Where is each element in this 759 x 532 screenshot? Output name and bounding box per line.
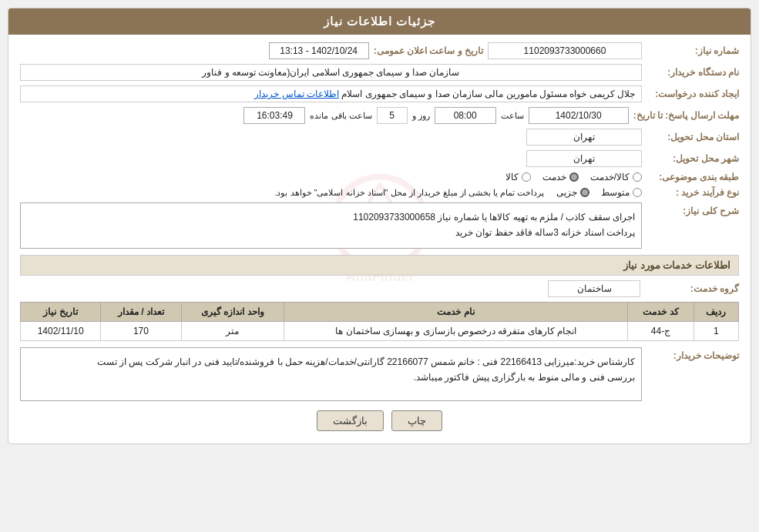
services-table: ردیف کد خدمت نام خدمت واحد اندازه گیری ت… — [20, 302, 739, 341]
radio-motavasset-label: متوسط — [601, 187, 630, 198]
group-label: گروه خدمت: — [646, 283, 739, 294]
col-unit: واحد اندازه گیری — [181, 303, 284, 322]
button-row: چاپ بازگشت — [20, 410, 739, 431]
shomara-niaz-label: شماره نیاز: — [646, 45, 739, 56]
row-ostan: استان محل تحویل: تهران — [20, 129, 739, 146]
cell-unit: متر — [181, 322, 284, 341]
radio-kala-label: کالا — [505, 172, 519, 182]
radio-motavasset-circle[interactable] — [633, 188, 642, 197]
tosih-line1: کارشناس خرید:میرزایی 22166413 فنی : خانم… — [27, 354, 635, 370]
sharh-value: اجرای سقف کاذب / ملزم به تهیه کالاها یا … — [20, 202, 642, 249]
row-shomara-tarikh: شماره نیاز: 1102093733000660 تاریخ و ساع… — [20, 42, 739, 59]
main-card: جزئیات اطلاعات نیاز AnaFinder شماره نیاز… — [8, 8, 751, 444]
sharh-line1: اجرای سقف کاذب / ملزم به تهیه کالاها یا … — [27, 209, 635, 225]
row-nam-dastgah: نام دستگاه خریدار: سازمان صدا و سیمای جم… — [20, 64, 739, 81]
nam-dastgah-label: نام دستگاه خریدار: — [646, 67, 739, 78]
radio-kala-item: کالا — [505, 172, 531, 182]
ijad-konande-label: ایجاد کننده درخواست: — [646, 89, 739, 99]
radio-jozii-item: جزیی — [556, 187, 589, 198]
table-row: 1 ج-44 انجام کارهای متفرقه درخصوص بازساز… — [21, 322, 739, 341]
table-body: 1 ج-44 انجام کارهای متفرقه درخصوص بازساز… — [21, 322, 739, 341]
row-farayand: نوع فرآیند خرید : متوسط جزیی پرداخت تمام… — [20, 187, 739, 198]
tosihaat-value: کارشناس خرید:میرزایی 22166413 فنی : خانم… — [20, 347, 642, 401]
sharh-line2: پرداخت اسناد خزانه 3ساله فاقد حفظ توان خ… — [27, 225, 635, 240]
table-head: ردیف کد خدمت نام خدمت واحد اندازه گیری ت… — [21, 303, 739, 322]
col-count: تعداد / مقدار — [101, 303, 181, 322]
page-title: جزئیات اطلاعات نیاز — [324, 15, 435, 28]
shahr-value: تهران — [526, 150, 642, 167]
cell-count: 170 — [101, 322, 181, 341]
farayand-radio-group: متوسط جزیی — [556, 187, 642, 198]
row-mohlat: مهلت ارسال پاسخ: تا تاریخ: 1402/10/30 سا… — [20, 107, 739, 124]
print-button[interactable]: چاپ — [391, 410, 442, 431]
baqi-mande-label: ساعت باقی مانده — [310, 111, 371, 121]
col-date: تاریخ نیاز — [21, 303, 101, 322]
radio-jozii-label: جزیی — [556, 187, 577, 198]
farayand-label: نوع فرآیند خرید : — [646, 187, 739, 198]
radio-khadamat-circle[interactable] — [569, 172, 579, 182]
radio-kala-khadamat-item: کالا/خدمت — [590, 172, 642, 182]
ostan-value: تهران — [526, 129, 642, 146]
group-value: ساختمان — [548, 280, 640, 297]
row-ijad-konande: ایجاد کننده درخواست: جلال کریمی خواه مسئ… — [20, 85, 739, 102]
tarikh-label: تاریخ و ساعت اعلان عمومی: — [374, 45, 483, 56]
etelaat-khadamat-header: اطلاعات خدمات مورد نیاز — [20, 255, 739, 276]
shomara-niaz-value: 1102093733000660 — [488, 42, 642, 59]
row-tabagheh: طبقه بندی موضوعی: کالا/خدمت خدمت کالا — [20, 172, 739, 182]
cell-date: 1402/11/10 — [21, 322, 101, 341]
shahr-label: شهر محل تحویل: — [646, 153, 739, 164]
mohlat-saat: 08:00 — [435, 107, 496, 124]
row-tosihaat: توضیحات خریدار: کارشناس خرید:میرزایی 221… — [20, 347, 739, 401]
ijad-konande-value: جلال کریمی خواه مسئول مامورین مالی سازما… — [20, 85, 642, 102]
back-button[interactable]: بازگشت — [317, 410, 384, 431]
tosih-line2: بررسی فنی و مالی منوط به بارگزاری پیش فا… — [27, 370, 635, 385]
etelaat-tamas-link[interactable]: اطلاعات تماس خریدار — [254, 89, 339, 99]
farayand-note: پرداخت تمام یا بخشی از مبلغ خریدار از مح… — [274, 188, 544, 198]
row-shahr: شهر محل تحویل: تهران — [20, 150, 739, 167]
col-radif: ردیف — [694, 303, 738, 322]
tabagheh-label: طبقه بندی موضوعی: — [646, 172, 739, 182]
baqi-mande-value: 16:03:49 — [243, 107, 305, 124]
radio-kala-khadamat-label: کالا/خدمت — [590, 172, 630, 182]
tabagheh-radio-group: کالا/خدمت خدمت کالا — [505, 172, 642, 182]
nam-dastgah-value: سازمان صدا و سیمای جمهوری اسلامی ایران(م… — [20, 64, 642, 81]
col-name: نام خدمت — [284, 303, 628, 322]
row-sharh: شرح کلی نیاز: اجرای سقف کاذب / ملزم به ت… — [20, 202, 739, 249]
content-area: شماره نیاز: 1102093733000660 تاریخ و ساع… — [20, 42, 739, 431]
mohlat-saat-label: ساعت — [501, 111, 524, 121]
group-row: گروه خدمت: ساختمان — [20, 280, 739, 297]
tosihaat-label: توضیحات خریدار: — [646, 347, 739, 361]
cell-name: انجام کارهای متفرقه درخصوص بازسازی و بهس… — [284, 322, 628, 341]
tarikh-value: 1402/10/24 - 13:13 — [269, 42, 369, 59]
card-body: AnaFinder شماره نیاز: 1102093733000660 ت… — [8, 35, 751, 443]
ostan-label: استان محل تحویل: — [646, 132, 739, 142]
radio-kala-circle[interactable] — [522, 172, 531, 182]
mohlat-label: مهلت ارسال پاسخ: تا تاریخ: — [633, 110, 739, 121]
col-code: کد خدمت — [628, 303, 694, 322]
radio-kala-khadamat-circle[interactable] — [633, 172, 642, 182]
radio-khadamat-label: خدمت — [542, 172, 566, 182]
sharh-label: شرح کلی نیاز: — [646, 202, 739, 216]
ijad-konande-text: جلال کریمی خواه مسئول مامورین مالی سازما… — [341, 89, 635, 99]
mohlat-roz: 5 — [377, 107, 408, 124]
radio-jozii-circle[interactable] — [580, 188, 589, 197]
radio-motavasset-item: متوسط — [601, 187, 642, 198]
mohlat-roz-label: روز و — [412, 111, 430, 121]
page-wrapper: جزئیات اطلاعات نیاز AnaFinder شماره نیاز… — [0, 0, 759, 532]
cell-radif: 1 — [694, 322, 738, 341]
mohlat-date: 1402/10/30 — [529, 107, 629, 124]
table-header-row: ردیف کد خدمت نام خدمت واحد اندازه گیری ت… — [21, 303, 739, 322]
card-header: جزئیات اطلاعات نیاز — [8, 8, 751, 35]
cell-code: ج-44 — [628, 322, 694, 341]
radio-khadamat-item: خدمت — [542, 172, 579, 182]
